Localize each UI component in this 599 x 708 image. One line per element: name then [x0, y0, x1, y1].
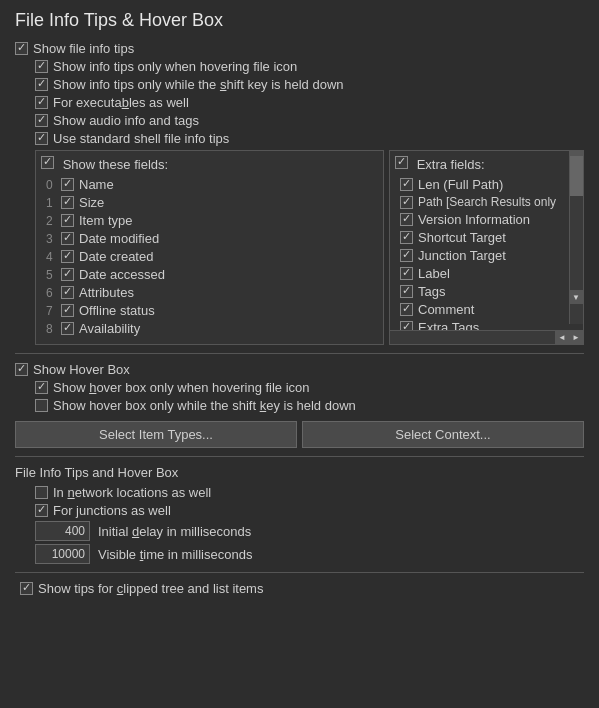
page-title: File Info Tips & Hover Box [15, 10, 584, 31]
horizontal-scrollbar[interactable] [390, 330, 555, 344]
extra-field-1: Path [Search Results only [395, 195, 565, 209]
field-row-7: 7 Offline status [41, 303, 378, 318]
main-checkbox-label[interactable]: Show file info tips [15, 41, 134, 56]
footer-option-0[interactable]: In network locations as well [35, 485, 211, 500]
scroll-down-arrow[interactable]: ▼ [569, 290, 583, 304]
extra-field-6: Tags [395, 284, 565, 299]
vertical-scrollbar[interactable]: ▲ ▼ [569, 151, 583, 324]
field-row-8: 8 Availability [41, 321, 378, 336]
select-context-button[interactable]: Select Context... [302, 421, 584, 448]
footer-option-1[interactable]: For junctions as well [35, 503, 171, 518]
hover-box-checkbox[interactable] [15, 363, 28, 376]
delay-input[interactable]: 400 [35, 521, 90, 541]
hover-sub-1[interactable]: Show hover box only while the shift key … [35, 398, 356, 413]
divider-3 [15, 572, 584, 573]
divider-2 [15, 456, 584, 457]
field-row-3: 3 Date modified [41, 231, 378, 246]
extra-fields-checkbox[interactable] [395, 156, 408, 169]
hover-box-label[interactable]: Show Hover Box [15, 362, 130, 377]
scroll-thumb[interactable] [570, 156, 583, 196]
footer-label: File Info Tips and Hover Box [15, 465, 178, 480]
field-row-1: 1 Size [41, 195, 378, 210]
delay-row: 400 Initial delay in milliseconds [15, 521, 584, 541]
extra-field-0: Len (Full Path) [395, 177, 565, 192]
extra-fields-panel: Extra fields: Len (Full Path) Path [Sear… [389, 150, 584, 345]
visible-input[interactable]: 10000 [35, 544, 90, 564]
sub-option-0[interactable]: Show info tips only when hovering file i… [35, 59, 297, 74]
sub-option-1[interactable]: Show info tips only while the shift key … [35, 77, 344, 92]
hover-sub-0[interactable]: Show hover box only when hovering file i… [35, 380, 310, 395]
show-fields-header: Show these fields: [41, 156, 378, 172]
tips-clipped-label[interactable]: Show tips for clipped tree and list item… [20, 581, 263, 596]
scroll-left-arrow[interactable]: ◄ [555, 330, 569, 344]
field-row-4: 4 Date created [41, 249, 378, 264]
field-row-0: 0 Name [41, 177, 378, 192]
scroll-right-arrow[interactable]: ► [569, 330, 583, 344]
tips-clipped-checkbox[interactable] [20, 582, 33, 595]
main-checkbox[interactable] [15, 42, 28, 55]
extra-field-7: Comment [395, 302, 565, 317]
visible-row: 10000 Visible time in milliseconds [15, 544, 584, 564]
sub-option-4[interactable]: Use standard shell file info tips [35, 131, 229, 146]
field-row-6: 6 Attributes [41, 285, 378, 300]
extra-field-2: Version Information [395, 212, 565, 227]
field-row-2: 2 Item type [41, 213, 378, 228]
field-row-5: 5 Date accessed [41, 267, 378, 282]
sub-option-2[interactable]: For executables as well [35, 95, 189, 110]
select-item-types-button[interactable]: Select Item Types... [15, 421, 297, 448]
extra-fields-header: Extra fields: [395, 156, 565, 172]
divider-1 [15, 353, 584, 354]
sub-option-3[interactable]: Show audio info and tags [35, 113, 199, 128]
extra-field-3: Shortcut Target [395, 230, 565, 245]
show-fields-checkbox[interactable] [41, 156, 54, 169]
standard-fields-panel: Show these fields: 0 Name 1 Size 2 Item … [35, 150, 384, 345]
extra-field-5: Label [395, 266, 565, 281]
extra-field-4: Junction Target [395, 248, 565, 263]
action-buttons: Select Item Types... Select Context... [15, 421, 584, 448]
